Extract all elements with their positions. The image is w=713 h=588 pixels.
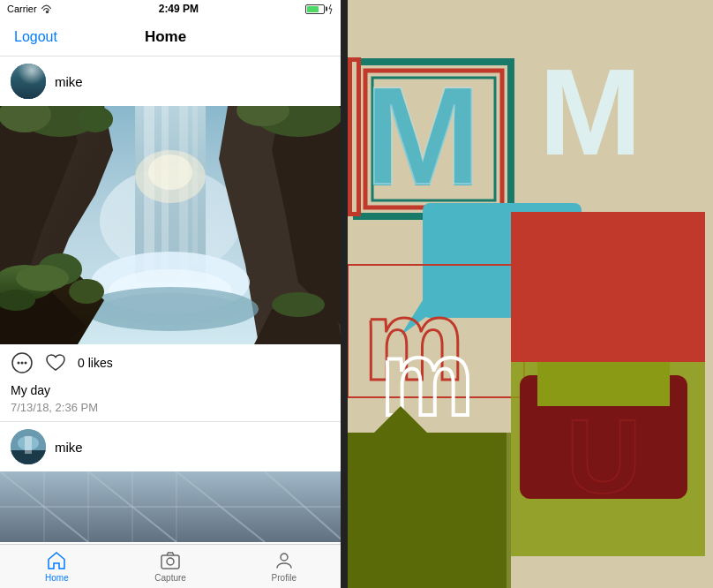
svg-rect-80 bbox=[348, 433, 507, 588]
panel-divider bbox=[341, 0, 348, 588]
avatar-svg-2 bbox=[11, 429, 46, 464]
svg-point-1 bbox=[14, 76, 42, 99]
logout-button[interactable]: Logout bbox=[14, 29, 57, 45]
svg-point-39 bbox=[21, 362, 24, 365]
capture-icon bbox=[160, 550, 181, 571]
carrier-label: Carrier bbox=[7, 4, 37, 14]
svg-text:M: M bbox=[364, 57, 481, 213]
svg-point-36 bbox=[148, 155, 192, 190]
tab-home-label: Home bbox=[45, 573, 69, 583]
post-image-1 bbox=[0, 106, 341, 344]
status-time: 2:49 PM bbox=[159, 3, 199, 15]
svg-rect-3 bbox=[25, 71, 32, 88]
svg-rect-79 bbox=[352, 62, 356, 212]
nav-bar: Logout Home bbox=[0, 18, 341, 57]
status-left: Carrier bbox=[7, 4, 52, 14]
profile-icon bbox=[274, 550, 295, 571]
avatar-1 bbox=[11, 64, 46, 99]
tab-bar: Home Capture Profile bbox=[0, 544, 341, 588]
avatar-image-1 bbox=[11, 64, 46, 99]
like-button[interactable] bbox=[44, 351, 67, 374]
battery-fill bbox=[307, 6, 319, 12]
tab-capture[interactable]: Capture bbox=[114, 547, 228, 586]
svg-point-38 bbox=[18, 362, 20, 365]
tab-profile-label: Profile bbox=[272, 573, 296, 583]
svg-rect-69 bbox=[511, 212, 705, 362]
waterfall-svg bbox=[0, 106, 341, 344]
username-1: mike bbox=[55, 74, 83, 89]
svg-point-34 bbox=[272, 292, 325, 317]
post-image-2 bbox=[0, 471, 341, 542]
phone-panel: Carrier 2:49 PM Logout Home bbox=[0, 0, 341, 588]
deco-panel: M M m m M m U U bbox=[348, 0, 713, 588]
post-user-row-2: mike bbox=[0, 422, 341, 471]
comment-button[interactable] bbox=[11, 351, 34, 374]
avatar-image-2 bbox=[11, 429, 46, 464]
username-2: mike bbox=[55, 440, 83, 455]
post-date: 7/13/18, 2:36 PM bbox=[0, 399, 341, 421]
avatar-svg-1 bbox=[11, 64, 46, 99]
post2-svg bbox=[0, 471, 341, 542]
post-user-row-1: mike bbox=[0, 57, 341, 106]
svg-point-56 bbox=[167, 558, 174, 565]
battery-icon bbox=[305, 4, 325, 14]
post-caption: My day bbox=[0, 381, 341, 399]
svg-point-25 bbox=[100, 293, 241, 325]
svg-rect-5 bbox=[11, 85, 46, 99]
post-actions-1: 0 likes bbox=[0, 344, 341, 381]
comment-icon bbox=[11, 351, 34, 374]
svg-text:M: M bbox=[539, 42, 642, 181]
svg-rect-0 bbox=[11, 64, 46, 99]
tab-capture-label: Capture bbox=[154, 573, 186, 583]
svg-rect-44 bbox=[25, 436, 32, 454]
avatar-2 bbox=[11, 429, 46, 464]
svg-point-2 bbox=[18, 71, 39, 85]
svg-point-4 bbox=[24, 69, 33, 76]
svg-point-12 bbox=[78, 106, 113, 132]
wifi-icon bbox=[41, 4, 52, 13]
deco-svg: M M m m M m U U bbox=[348, 0, 713, 588]
feed-content: mike bbox=[0, 57, 341, 544]
home-icon bbox=[46, 550, 67, 571]
charging-icon bbox=[327, 4, 334, 14]
likes-count: 0 likes bbox=[78, 356, 113, 370]
svg-point-57 bbox=[281, 554, 288, 561]
svg-point-40 bbox=[25, 362, 27, 365]
status-bar: Carrier 2:49 PM bbox=[0, 0, 341, 18]
svg-point-30 bbox=[16, 265, 69, 291]
tab-home[interactable]: Home bbox=[0, 547, 114, 586]
svg-point-31 bbox=[69, 279, 104, 304]
status-right bbox=[305, 4, 334, 14]
page-title: Home bbox=[145, 28, 186, 46]
svg-text:U: U bbox=[567, 398, 642, 515]
tab-profile[interactable]: Profile bbox=[227, 547, 341, 586]
heart-icon bbox=[44, 351, 67, 374]
